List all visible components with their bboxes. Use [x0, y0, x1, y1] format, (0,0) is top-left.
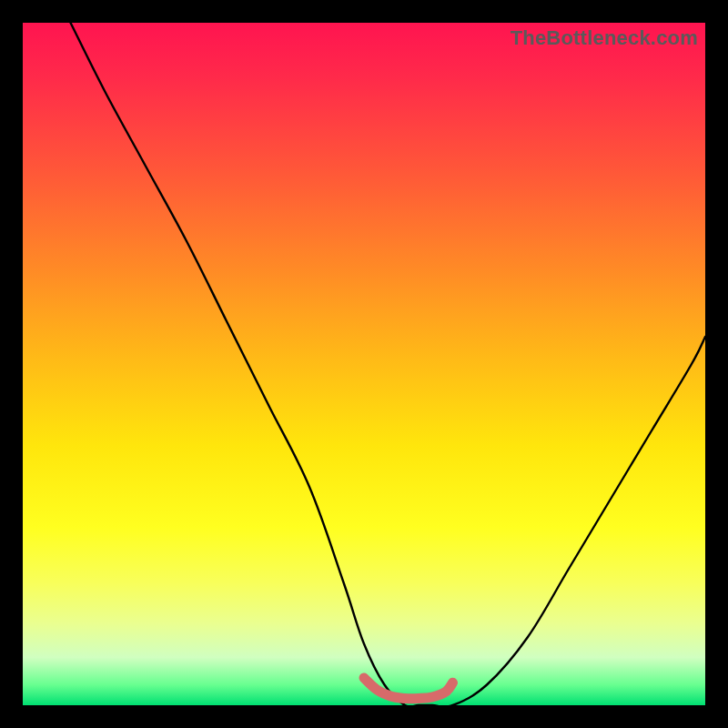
plot-area: TheBottleneck.com [23, 23, 705, 705]
chart-svg [23, 23, 705, 705]
chart-frame: TheBottleneck.com [0, 0, 728, 728]
sweet-spot-band-path [364, 678, 453, 699]
bottleneck-curve-path [71, 23, 706, 705]
